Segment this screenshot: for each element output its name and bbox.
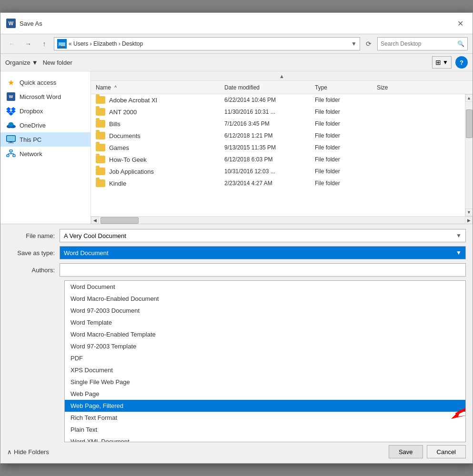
dropdown-item-pdf[interactable]: PDF — [65, 352, 465, 364]
svg-rect-14 — [10, 141, 12, 142]
folder-icon — [96, 108, 105, 116]
dropdown-item-word-template[interactable]: Word Template — [65, 317, 465, 328]
svg-rect-13 — [8, 137, 14, 140]
vertical-scrollbar[interactable]: ▲ ▼ — [465, 94, 473, 216]
search-input[interactable] — [381, 40, 455, 47]
folder-icon — [96, 168, 105, 175]
dropdown-item-web-page[interactable]: Web Page — [65, 388, 465, 400]
authors-input[interactable] — [60, 263, 466, 277]
refresh-button[interactable]: ⟳ — [363, 38, 374, 50]
column-headers: Name ^ Date modified Type Size — [91, 81, 473, 94]
dropdown-item-word-document[interactable]: Word Document — [65, 281, 465, 293]
dropdown-item-word-xml[interactable]: Word XML Document — [65, 436, 465, 442]
table-row[interactable]: How-To Geek 6/12/2018 6:03 PM File folde… — [91, 154, 465, 166]
save-type-dropdown-arrow: ▼ — [456, 249, 462, 256]
address-path: « Users › Elizabeth › Desktop — [69, 40, 349, 47]
col-header-type[interactable]: Type — [310, 84, 372, 91]
horizontal-scrollbar[interactable]: ◀ ▶ — [91, 216, 473, 224]
dropdown-item-word-97-2003[interactable]: Word 97-2003 Document — [65, 305, 465, 317]
address-bar-icon — [57, 39, 67, 49]
svg-point-11 — [9, 122, 14, 127]
dropdown-item-single-web[interactable]: Single File Web Page — [65, 376, 465, 388]
save-cancel-buttons: Save Cancel — [389, 445, 466, 458]
hide-folders-button[interactable]: ∧ Hide Folders — [7, 448, 49, 456]
dropdown-item-rtf[interactable]: Rich Text Format — [65, 412, 465, 424]
file-name-row: File name: A Very Cool Document ▼ — [7, 229, 466, 242]
sidebar-label-microsoft-word: Microsoft Word — [20, 93, 61, 100]
save-type-dropdown-list: Word Document Word Macro-Enabled Documen… — [64, 280, 466, 442]
dropdown-item-word-macro-template[interactable]: Word Macro-Enabled Template — [65, 328, 465, 340]
svg-rect-15 — [8, 142, 14, 143]
sidebar-item-microsoft-word[interactable]: W Microsoft Word — [0, 89, 91, 104]
save-type-row: Save as type: Word Document ▼ — [7, 246, 466, 259]
sort-up-indicator: ▲ — [279, 73, 284, 79]
sidebar-item-this-pc[interactable]: This PC — [0, 132, 91, 147]
view-icon: ⊞ — [435, 59, 441, 66]
file-name-dropdown-arrow: ▼ — [456, 232, 462, 239]
view-button[interactable]: ⊞ ▼ — [432, 56, 452, 69]
save-button[interactable]: Save — [389, 445, 423, 458]
onedrive-icon — [6, 120, 16, 130]
col-header-name[interactable]: Name ^ — [91, 84, 220, 91]
scroll-right-arrow[interactable]: ▶ — [465, 217, 473, 224]
file-area: ▲ Name ^ Date modified Type Size — [91, 71, 473, 224]
save-type-dropdown[interactable]: Word Document ▼ — [60, 246, 466, 259]
sidebar-label-onedrive: OneDrive — [20, 122, 46, 129]
table-row[interactable]: ANT 2000 11/30/2016 10:31 ... File folde… — [91, 106, 465, 118]
scroll-up-arrow[interactable]: ▲ — [465, 94, 473, 102]
table-row[interactable]: Games 9/13/2015 11:35 PM File folder — [91, 142, 465, 154]
table-row[interactable]: Adobe Acrobat XI 6/22/2014 10:46 PM File… — [91, 94, 465, 106]
dropdown-item-web-filtered[interactable]: Web Page, Filtered — [65, 400, 465, 412]
organize-button[interactable]: Organize ▼ — [5, 59, 38, 66]
sidebar-item-quick-access[interactable]: ★ Quick access — [0, 75, 91, 89]
h-scroll-thumb[interactable] — [101, 217, 139, 224]
dropdown-item-xps[interactable]: XPS Document — [65, 364, 465, 376]
folder-icon — [96, 156, 105, 163]
dialog-title: Save As — [20, 20, 42, 27]
save-type-label: Save as type: — [7, 249, 60, 257]
dropdown-item-word-97-2003-template[interactable]: Word 97-2003 Template — [65, 340, 465, 352]
main-content: ★ Quick access W Microsoft Word — [0, 71, 473, 224]
address-bar[interactable]: « Users › Elizabeth › Desktop ▼ — [54, 37, 360, 50]
scroll-thumb[interactable] — [466, 109, 473, 138]
folder-icon — [96, 132, 105, 139]
cancel-button[interactable]: Cancel — [427, 445, 466, 458]
dropdown-item-plain-text[interactable]: Plain Text — [65, 424, 465, 436]
col-header-date[interactable]: Date modified — [220, 84, 310, 91]
monitor-icon — [6, 135, 16, 144]
close-button[interactable]: ✕ — [453, 17, 467, 30]
svg-rect-17 — [7, 155, 9, 157]
sidebar-label-dropbox: Dropbox — [20, 108, 43, 115]
back-button[interactable]: ← — [5, 38, 19, 50]
scroll-down-arrow[interactable]: ▼ — [465, 208, 473, 216]
file-list: Adobe Acrobat XI 6/22/2014 10:46 PM File… — [91, 94, 465, 216]
forward-button[interactable]: → — [21, 38, 35, 50]
up-button[interactable]: ↑ — [38, 38, 51, 50]
search-box: 🔍 — [377, 37, 468, 50]
folder-icon — [96, 120, 105, 128]
col-header-size[interactable]: Size — [372, 84, 410, 91]
table-row[interactable]: Kindle 2/23/2014 4:27 AM File folder — [91, 178, 465, 189]
svg-rect-18 — [13, 155, 15, 157]
table-row[interactable]: Bills 7/1/2016 3:45 PM File folder — [91, 118, 465, 130]
table-row[interactable]: Documents 6/12/2018 1:21 PM File folder — [91, 130, 465, 142]
word-sidebar-icon: W — [6, 92, 16, 101]
table-row[interactable]: Job Applications 10/31/2016 12:03 ... Fi… — [91, 166, 465, 178]
authors-row: Authors: — [7, 263, 466, 277]
svg-rect-16 — [10, 150, 12, 152]
dropdown-item-word-macro[interactable]: Word Macro-Enabled Document — [65, 293, 465, 305]
help-button[interactable]: ? — [455, 56, 468, 69]
sidebar-item-dropbox[interactable]: Dropbox — [0, 104, 91, 118]
sidebar-item-network[interactable]: Network — [0, 147, 91, 161]
file-name-input[interactable]: A Very Cool Document ▼ — [60, 229, 466, 242]
action-bar-left: Organize ▼ New folder — [5, 59, 72, 66]
folder-icon — [96, 179, 105, 187]
title-bar-left: W Save As — [6, 19, 42, 28]
new-folder-button[interactable]: New folder — [43, 59, 72, 66]
sidebar-label-network: Network — [20, 150, 42, 158]
scroll-left-arrow[interactable]: ◀ — [91, 217, 99, 224]
authors-label: Authors: — [7, 267, 60, 274]
network-icon — [6, 149, 16, 159]
sidebar-item-onedrive[interactable]: OneDrive — [0, 118, 91, 132]
dropbox-icon — [6, 106, 16, 116]
